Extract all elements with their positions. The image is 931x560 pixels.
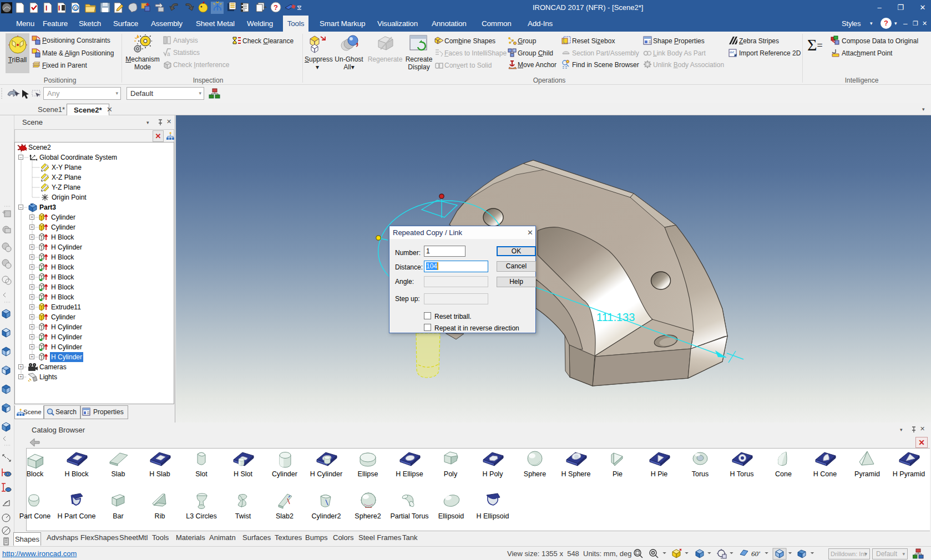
svg-text:dxf: dxf: [730, 50, 734, 54]
svg-text:111.133: 111.133: [596, 311, 635, 323]
svg-text:G: G: [74, 6, 78, 11]
svg-text:I: I: [45, 4, 47, 12]
svg-text:I: I: [58, 4, 60, 12]
svg-text:60': 60': [751, 549, 760, 558]
svg-text:a: a: [167, 51, 170, 57]
svg-text:?: ?: [274, 3, 278, 12]
